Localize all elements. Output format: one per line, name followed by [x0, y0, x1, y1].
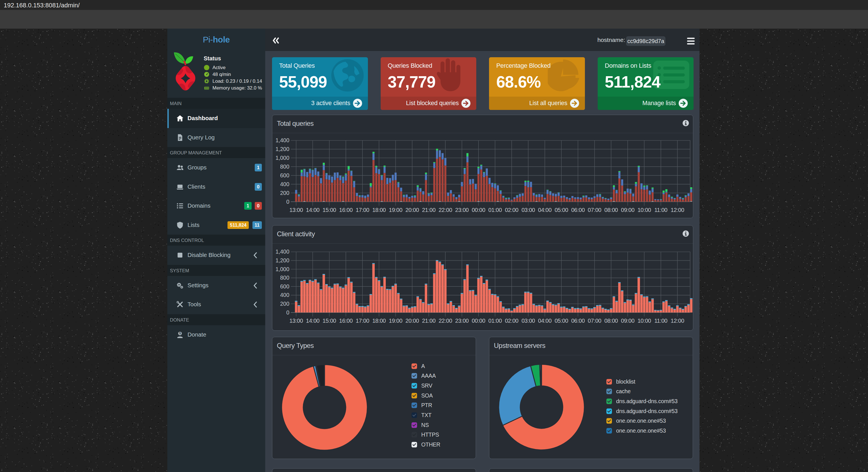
svg-text:400: 400 — [280, 292, 289, 298]
svg-text:19:00: 19:00 — [389, 207, 403, 213]
svg-text:02:00: 02:00 — [505, 317, 519, 324]
svg-text:17:00: 17:00 — [356, 317, 369, 324]
svg-text:800: 800 — [280, 164, 289, 170]
svg-text:04:00: 04:00 — [538, 207, 552, 213]
svg-text:16:00: 16:00 — [339, 207, 353, 213]
svg-text:23:00: 23:00 — [455, 207, 469, 213]
svg-text:16:00: 16:00 — [339, 317, 353, 324]
svg-text:10:00: 10:00 — [638, 207, 651, 213]
svg-text:13:00: 13:00 — [289, 207, 303, 213]
svg-text:1,200: 1,200 — [275, 146, 289, 152]
svg-text:17:00: 17:00 — [356, 207, 369, 213]
svg-text:13:00: 13:00 — [289, 317, 303, 324]
svg-text:20:00: 20:00 — [405, 207, 419, 213]
svg-text:08:00: 08:00 — [604, 317, 618, 324]
svg-text:800: 800 — [280, 274, 289, 281]
svg-text:1,200: 1,200 — [275, 257, 289, 264]
svg-text:04:00: 04:00 — [538, 317, 552, 324]
svg-text:06:00: 06:00 — [571, 207, 585, 213]
svg-text:06:00: 06:00 — [571, 317, 585, 324]
svg-text:200: 200 — [280, 301, 289, 307]
svg-text:07:00: 07:00 — [588, 317, 601, 324]
svg-text:03:00: 03:00 — [521, 317, 535, 324]
svg-text:09:00: 09:00 — [621, 207, 634, 213]
svg-text:1,400: 1,400 — [275, 248, 289, 255]
svg-text:1,400: 1,400 — [275, 137, 289, 143]
svg-text:$: $ — [179, 332, 181, 335]
svg-text:23:00: 23:00 — [455, 317, 469, 324]
svg-text:12:00: 12:00 — [671, 207, 684, 213]
svg-text:07:00: 07:00 — [588, 207, 601, 213]
svg-text:03:00: 03:00 — [521, 207, 535, 213]
svg-text:22:00: 22:00 — [438, 317, 452, 324]
svg-text:14:00: 14:00 — [306, 207, 320, 213]
svg-text:19:00: 19:00 — [389, 317, 403, 324]
svg-text:1,000: 1,000 — [275, 266, 289, 272]
svg-text:05:00: 05:00 — [555, 207, 568, 213]
svg-text:0: 0 — [286, 199, 289, 205]
svg-text:18:00: 18:00 — [372, 207, 386, 213]
svg-text:11:00: 11:00 — [654, 207, 668, 213]
svg-text:01:00: 01:00 — [489, 317, 502, 324]
svg-text:05:00: 05:00 — [555, 317, 568, 324]
svg-text:21:00: 21:00 — [422, 207, 436, 213]
svg-text:15:00: 15:00 — [322, 317, 336, 324]
svg-text:09:00: 09:00 — [621, 317, 634, 324]
svg-text:0: 0 — [286, 309, 289, 315]
svg-text:22:00: 22:00 — [438, 207, 452, 213]
svg-text:600: 600 — [280, 283, 289, 290]
svg-text:15:00: 15:00 — [322, 207, 336, 213]
svg-text:11:00: 11:00 — [654, 317, 668, 324]
svg-text:1,000: 1,000 — [275, 155, 289, 161]
svg-text:12:00: 12:00 — [671, 317, 684, 324]
svg-text:00:00: 00:00 — [472, 317, 485, 324]
svg-text:18:00: 18:00 — [372, 317, 386, 324]
svg-text:00:00: 00:00 — [472, 207, 485, 213]
svg-text:02:00: 02:00 — [505, 207, 519, 213]
svg-text:01:00: 01:00 — [489, 207, 502, 213]
svg-text:400: 400 — [280, 181, 289, 187]
svg-text:08:00: 08:00 — [604, 207, 618, 213]
svg-text:21:00: 21:00 — [422, 317, 436, 324]
svg-text:14:00: 14:00 — [306, 317, 320, 324]
svg-text:20:00: 20:00 — [405, 317, 419, 324]
svg-text:200: 200 — [280, 190, 289, 196]
svg-text:10:00: 10:00 — [638, 317, 651, 324]
svg-text:600: 600 — [280, 172, 289, 178]
